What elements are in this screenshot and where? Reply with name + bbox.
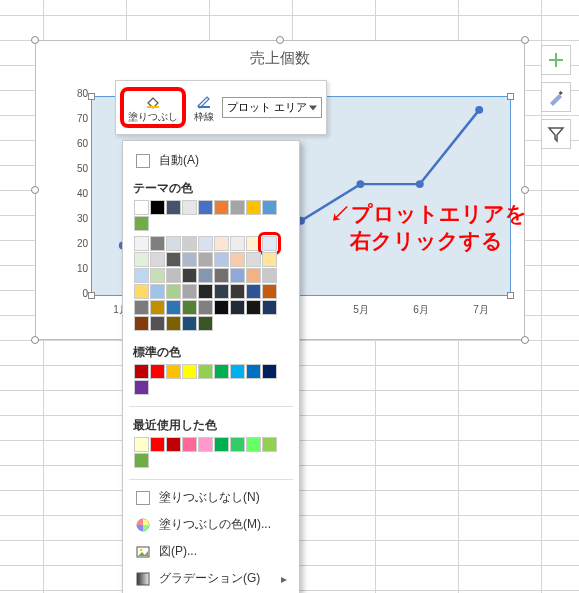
color-swatch[interactable] — [246, 437, 261, 452]
color-swatch[interactable] — [214, 300, 229, 315]
color-swatch[interactable] — [246, 300, 261, 315]
color-swatch[interactable] — [198, 437, 213, 452]
color-swatch[interactable] — [262, 284, 277, 299]
color-swatch[interactable] — [150, 364, 165, 379]
chart-title[interactable]: 売上個数 — [36, 41, 524, 68]
color-swatch[interactable] — [246, 284, 261, 299]
color-swatch[interactable] — [230, 300, 245, 315]
resize-handle[interactable] — [276, 36, 284, 44]
color-swatch[interactable] — [198, 268, 213, 283]
color-swatch[interactable] — [230, 236, 245, 251]
chart-filter-button[interactable] — [541, 119, 571, 149]
color-swatch[interactable] — [198, 200, 213, 215]
color-swatch[interactable] — [182, 200, 197, 215]
color-swatch[interactable] — [198, 252, 213, 267]
color-swatch[interactable] — [166, 437, 181, 452]
color-swatch[interactable] — [214, 268, 229, 283]
color-swatch[interactable] — [246, 364, 261, 379]
chart-styles-button[interactable] — [541, 82, 571, 112]
color-swatch[interactable] — [198, 316, 213, 331]
color-swatch[interactable] — [134, 236, 149, 251]
color-swatch[interactable] — [230, 200, 245, 215]
color-swatch[interactable] — [150, 437, 165, 452]
resize-handle[interactable] — [31, 186, 39, 194]
y-axis[interactable]: 80 70 60 50 40 30 20 10 0 — [66, 93, 88, 299]
color-swatch[interactable] — [134, 268, 149, 283]
color-swatch[interactable] — [134, 380, 149, 395]
color-swatch[interactable] — [166, 364, 181, 379]
chart-element-selector[interactable]: プロット エリア — [222, 97, 322, 118]
color-swatch[interactable] — [166, 236, 181, 251]
color-swatch[interactable] — [134, 316, 149, 331]
color-swatch[interactable] — [166, 200, 181, 215]
resize-handle[interactable] — [521, 36, 529, 44]
color-swatch[interactable] — [134, 200, 149, 215]
color-swatch[interactable] — [246, 268, 261, 283]
color-swatch[interactable] — [230, 284, 245, 299]
color-swatch[interactable] — [134, 216, 149, 231]
color-swatch[interactable] — [182, 437, 197, 452]
color-swatch[interactable] — [262, 200, 277, 215]
color-swatch[interactable] — [182, 364, 197, 379]
gradient-fill-item[interactable]: グラデーション(G) ▸ — [123, 565, 299, 592]
color-swatch[interactable] — [182, 284, 197, 299]
color-swatch[interactable] — [182, 300, 197, 315]
color-swatch[interactable] — [134, 453, 149, 468]
color-swatch[interactable] — [246, 236, 261, 251]
color-swatch[interactable] — [182, 236, 197, 251]
color-swatch[interactable] — [198, 300, 213, 315]
color-swatch[interactable] — [230, 268, 245, 283]
outline-dropdown-button[interactable]: 枠線 — [190, 91, 218, 124]
color-swatch[interactable] — [230, 437, 245, 452]
color-swatch[interactable] — [150, 268, 165, 283]
color-swatch[interactable] — [214, 437, 229, 452]
color-swatch[interactable] — [166, 284, 181, 299]
resize-handle[interactable] — [31, 336, 39, 344]
color-swatch[interactable] — [198, 284, 213, 299]
color-swatch[interactable] — [214, 252, 229, 267]
color-swatch[interactable] — [166, 268, 181, 283]
color-swatch[interactable] — [134, 437, 149, 452]
color-swatch[interactable] — [198, 236, 213, 251]
color-swatch[interactable] — [134, 364, 149, 379]
color-swatch[interactable] — [246, 200, 261, 215]
color-swatch[interactable] — [262, 268, 277, 283]
auto-color-item[interactable]: 自動(A) — [123, 147, 299, 174]
color-swatch[interactable] — [214, 236, 229, 251]
resize-handle[interactable] — [521, 186, 529, 194]
color-swatch[interactable] — [166, 316, 181, 331]
resize-handle[interactable] — [521, 336, 529, 344]
color-swatch[interactable] — [166, 300, 181, 315]
color-swatch[interactable] — [262, 236, 277, 251]
color-swatch[interactable] — [134, 284, 149, 299]
color-swatch[interactable] — [246, 252, 261, 267]
more-colors-item[interactable]: 塗りつぶしの色(M)... — [123, 511, 299, 538]
color-swatch[interactable] — [150, 316, 165, 331]
color-swatch[interactable] — [198, 364, 213, 379]
color-swatch[interactable] — [182, 268, 197, 283]
color-swatch[interactable] — [230, 252, 245, 267]
color-swatch[interactable] — [134, 300, 149, 315]
color-swatch[interactable] — [150, 300, 165, 315]
color-swatch[interactable] — [230, 364, 245, 379]
color-swatch[interactable] — [150, 236, 165, 251]
color-swatch[interactable] — [150, 252, 165, 267]
fill-dropdown-button[interactable]: 塗りつぶし — [120, 87, 186, 128]
color-swatch[interactable] — [214, 200, 229, 215]
no-fill-item[interactable]: 塗りつぶしなし(N) — [123, 484, 299, 511]
color-swatch[interactable] — [134, 252, 149, 267]
color-swatch[interactable] — [150, 200, 165, 215]
color-swatch[interactable] — [166, 252, 181, 267]
chart-elements-button[interactable] — [541, 45, 571, 75]
color-swatch[interactable] — [262, 437, 277, 452]
color-swatch[interactable] — [262, 252, 277, 267]
color-swatch[interactable] — [262, 300, 277, 315]
color-swatch[interactable] — [150, 284, 165, 299]
picture-fill-item[interactable]: 図(P)... — [123, 538, 299, 565]
resize-handle[interactable] — [31, 36, 39, 44]
color-swatch[interactable] — [182, 316, 197, 331]
color-swatch[interactable] — [214, 284, 229, 299]
color-swatch[interactable] — [182, 252, 197, 267]
color-swatch[interactable] — [262, 364, 277, 379]
color-swatch[interactable] — [214, 364, 229, 379]
